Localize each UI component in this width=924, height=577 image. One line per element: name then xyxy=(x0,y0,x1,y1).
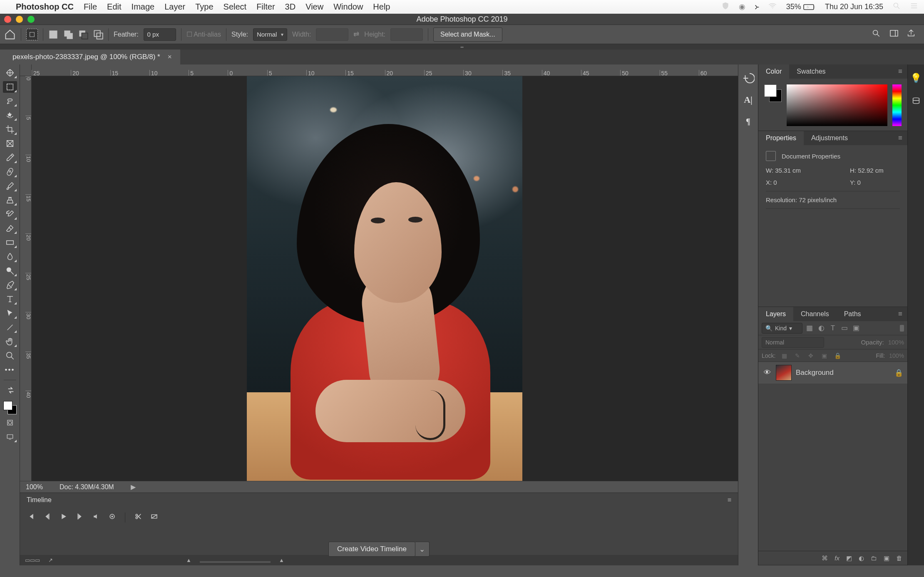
swap-colors-icon[interactable] xyxy=(4,384,18,396)
selection-intersect-icon[interactable] xyxy=(93,30,103,40)
color-panel-menu-icon[interactable]: ≡ xyxy=(893,67,907,76)
lock-pixels-icon[interactable]: ✎ xyxy=(793,351,802,360)
timeline-tab[interactable]: Timeline xyxy=(27,496,52,504)
color-field[interactable] xyxy=(787,84,887,126)
lock-all-icon[interactable]: 🔒 xyxy=(833,351,842,360)
select-and-mask-button[interactable]: Select and Mask... xyxy=(433,27,502,42)
bluetooth-icon[interactable]: ᚛ xyxy=(755,2,759,12)
menu-image[interactable]: Image xyxy=(132,2,155,12)
tab-color[interactable]: Color xyxy=(758,64,789,79)
layer-row-background[interactable]: 👁 Background 🔒 xyxy=(758,362,907,384)
fill-value[interactable]: 100% xyxy=(889,352,904,359)
clone-stamp-tool[interactable] xyxy=(3,194,17,206)
tab-swatches[interactable]: Swatches xyxy=(789,64,833,79)
datetime[interactable]: Thu 20 Jun 16:35 xyxy=(825,2,883,11)
history-brush-tool[interactable] xyxy=(3,208,17,220)
layer-lock-icon[interactable]: 🔒 xyxy=(894,369,903,377)
document-image[interactable] xyxy=(247,76,522,481)
link-layers-icon[interactable]: ⌘ xyxy=(822,555,828,562)
hue-slider[interactable] xyxy=(892,84,902,126)
next-frame-icon[interactable] xyxy=(76,513,83,522)
frame-tool[interactable] xyxy=(3,138,17,149)
filter-pixel-icon[interactable]: ▦ xyxy=(805,324,814,333)
foreground-background-colors[interactable] xyxy=(3,401,17,414)
home-button[interactable] xyxy=(4,29,16,40)
dodge-tool[interactable] xyxy=(3,265,17,277)
ruler-origin[interactable] xyxy=(20,64,32,76)
selection-subtract-icon[interactable] xyxy=(78,30,88,40)
selection-new-icon[interactable] xyxy=(48,30,58,40)
adjustment-layer-icon[interactable]: ◐ xyxy=(859,555,864,562)
blend-mode-dropdown[interactable]: Normal xyxy=(762,337,824,348)
filter-type-icon[interactable]: T xyxy=(828,324,837,333)
window-minimize-button[interactable] xyxy=(16,16,23,23)
tab-layers[interactable]: Layers xyxy=(758,307,793,321)
type-tool[interactable] xyxy=(3,293,17,305)
app-menu[interactable]: Photoshop CC xyxy=(16,2,74,12)
pen-tool[interactable] xyxy=(3,279,17,291)
ruler-vertical[interactable]: 0510152025303540 xyxy=(20,76,32,481)
tab-paths[interactable]: Paths xyxy=(837,307,869,321)
group-layers-icon[interactable]: 🗀 xyxy=(871,555,877,562)
canvas-viewport[interactable]: 252015105051015202530354045505560 051015… xyxy=(20,64,738,481)
brush-tool[interactable] xyxy=(3,180,17,192)
move-tool[interactable] xyxy=(3,67,17,79)
zoom-level[interactable]: 100% xyxy=(26,483,43,491)
zoom-out-slider-icon[interactable]: ▲ xyxy=(186,557,191,563)
transition-icon[interactable] xyxy=(151,513,158,522)
shield-icon[interactable] xyxy=(721,2,730,12)
style-dropdown[interactable]: Normal xyxy=(253,28,287,41)
tool-preset-picker[interactable] xyxy=(26,29,38,40)
zoom-in-slider-icon[interactable]: ▲ xyxy=(279,557,284,563)
menu-layer[interactable]: Layer xyxy=(164,2,185,12)
create-video-timeline-button[interactable]: Create Video Timeline xyxy=(328,542,415,557)
tab-channels[interactable]: Channels xyxy=(793,307,837,321)
layer-thumbnail[interactable] xyxy=(776,365,792,381)
new-layer-icon[interactable]: ▣ xyxy=(884,555,889,562)
battery-status[interactable]: 35% xyxy=(786,2,816,11)
edit-toolbar-icon[interactable]: ••• xyxy=(3,364,17,376)
lock-transparency-icon[interactable]: ▦ xyxy=(780,351,789,360)
color-panel-swatch[interactable] xyxy=(764,84,782,102)
timeline-menu-icon[interactable]: ≡ xyxy=(728,496,731,504)
marquee-tool[interactable] xyxy=(3,81,17,93)
layer-mask-icon[interactable]: ◩ xyxy=(846,555,852,562)
healing-brush-tool[interactable] xyxy=(3,166,17,178)
wifi-icon[interactable] xyxy=(768,1,777,12)
zoom-tool[interactable] xyxy=(3,350,17,362)
menu-window[interactable]: Window xyxy=(333,2,363,12)
collapse-handle[interactable]: •• xyxy=(0,44,924,50)
opacity-value[interactable]: 100% xyxy=(888,339,904,346)
spotlight-icon[interactable] xyxy=(892,2,901,12)
share-icon[interactable] xyxy=(907,29,916,40)
properties-panel-menu-icon[interactable]: ≡ xyxy=(893,134,907,142)
menu-edit[interactable]: Edit xyxy=(107,2,121,12)
timeline-create-dropdown[interactable]: ⌄ xyxy=(415,542,430,557)
hand-tool[interactable] xyxy=(3,336,17,347)
paragraph-panel-icon[interactable]: ¶ xyxy=(742,115,755,128)
layer-visibility-icon[interactable]: 👁 xyxy=(763,369,772,377)
quick-selection-tool[interactable] xyxy=(3,109,17,121)
filter-adjust-icon[interactable]: ◐ xyxy=(817,324,826,333)
layer-filter-kind[interactable]: 🔍 Kind ▾ xyxy=(762,323,802,334)
audio-mute-icon[interactable] xyxy=(92,513,99,522)
control-center-icon[interactable] xyxy=(910,2,918,12)
first-frame-icon[interactable] xyxy=(27,513,35,522)
timeline-frames-icon[interactable]: ▭▭▭ xyxy=(25,557,40,563)
lock-position-icon[interactable]: ✥ xyxy=(806,351,815,360)
screen-mode-icon[interactable] xyxy=(3,431,17,443)
prev-frame-icon[interactable] xyxy=(44,513,51,522)
workspace-icon[interactable] xyxy=(889,29,898,40)
feather-input[interactable]: 0 px xyxy=(144,28,176,41)
tab-properties[interactable]: Properties xyxy=(758,131,804,145)
eyedropper-tool[interactable] xyxy=(3,152,17,163)
play-icon[interactable] xyxy=(60,513,67,522)
window-maximize-button[interactable] xyxy=(27,16,35,23)
window-close-button[interactable] xyxy=(4,16,11,23)
ruler-horizontal[interactable]: 252015105051015202530354045505560 xyxy=(32,64,738,76)
menu-select[interactable]: Select xyxy=(224,2,247,12)
learn-panel-icon[interactable]: 💡 xyxy=(910,73,922,84)
filter-toggle[interactable] xyxy=(900,325,904,332)
menu-type[interactable]: Type xyxy=(195,2,213,12)
lasso-tool[interactable] xyxy=(3,95,17,107)
